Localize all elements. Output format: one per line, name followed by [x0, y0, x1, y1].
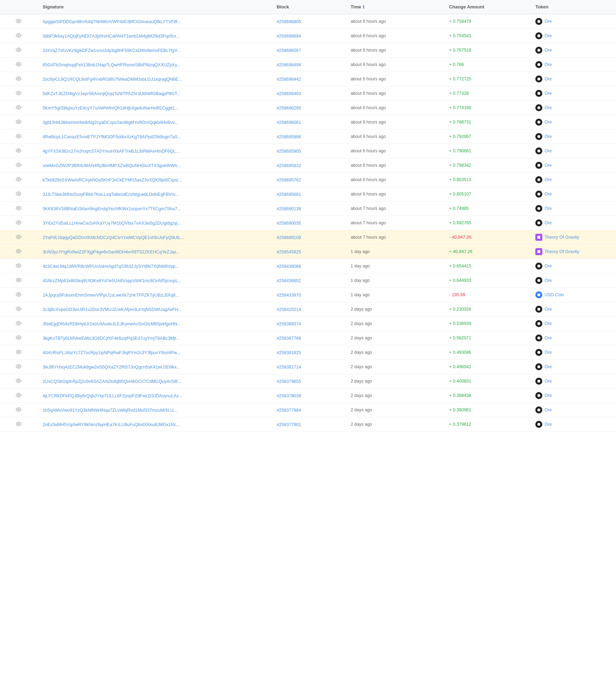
signature-link[interactable]: 5KmY5giS9tyjxuYzE4cyY7oAWhhfmQh1dHjbXgwf… [42, 106, 178, 111]
token-name[interactable]: Ore [544, 220, 552, 225]
block-link[interactable]: #258438066 [277, 264, 301, 269]
signature-link[interactable]: 2oc6yiCL8Q1RCQL9xtFg4VvbRG8fs7tWeaDMM3sb… [42, 77, 182, 82]
block-link[interactable]: #258695905 [277, 149, 301, 154]
token-name[interactable]: Ore [544, 278, 552, 283]
token-name[interactable]: Ore [544, 407, 552, 412]
token-name[interactable]: Ore [544, 336, 552, 340]
eye-icon[interactable] [16, 178, 21, 183]
block-link[interactable]: #258696694 [277, 34, 301, 39]
signature-link[interactable]: 3UN3yzJYtgRx6wiZ2FXjgP4ge6vSao9iDH4xr69T… [42, 250, 180, 254]
signature-link[interactable]: 3JJLTSke36fhtoSvzjiFBbir7KeLLsqTa8ecdEzs… [42, 192, 179, 197]
token-name[interactable]: USD Coin [544, 292, 564, 297]
block-link[interactable]: #258433970 [277, 293, 301, 298]
info-icon[interactable]: ℹ [363, 5, 364, 9]
block-link[interactable]: #258695832 [277, 163, 301, 168]
block-link[interactable]: #258389374 [277, 321, 301, 326]
token-name[interactable]: Ore [544, 192, 552, 197]
block-link[interactable]: #258695762 [277, 178, 301, 183]
block-link[interactable]: #258696061 [277, 120, 301, 125]
signature-link[interactable]: 5dKZvTJEZD4tgVz1epr56AmnjlQojqTsNtTPAZhr… [42, 91, 180, 96]
signature-link[interactable]: 31kVqZ7xfuVKz9gikDFZw1xovi2dy3qj8hF59KCa… [42, 48, 180, 53]
eye-icon[interactable] [16, 192, 21, 198]
token-name[interactable]: Ore [544, 105, 552, 110]
token-name[interactable]: Ore [544, 422, 552, 427]
eye-icon[interactable] [16, 163, 21, 169]
signature-link[interactable]: 4Re6tcpL1CanazE5voiETPJYfMGDPSd4ixXzKgT8… [42, 134, 181, 139]
token-name[interactable]: Ore [544, 264, 552, 268]
eye-icon[interactable] [16, 336, 21, 342]
token-name[interactable]: Ore [544, 148, 552, 153]
signature-link[interactable]: 3NeEjyjDRi4zRDbHytiJr2aVu3AodvJLEJKymeAc… [42, 321, 181, 326]
eye-icon[interactable] [16, 91, 21, 97]
eye-icon[interactable] [16, 250, 21, 255]
token-name[interactable]: Ore [544, 19, 552, 24]
token-name[interactable]: Ore [544, 33, 552, 38]
signature-link[interactable]: 65GATkSmqhupjPxh138nb1Nap7LQwHFRsnreS8bP… [42, 62, 180, 67]
block-link[interactable]: #258690035 [277, 221, 301, 226]
token-name[interactable]: Ore [544, 120, 552, 125]
block-link[interactable]: #258689108 [277, 235, 301, 240]
eye-icon[interactable] [16, 393, 21, 399]
signature-link[interactable]: 4gYFXSK9Erc27mJroqrc5TA5YmuHXkAF7reBJzJb… [42, 149, 179, 154]
token-name[interactable]: Ore [544, 62, 552, 67]
block-link[interactable]: #258436852 [277, 278, 301, 283]
eye-icon[interactable] [16, 120, 21, 126]
signature-link[interactable]: 2c3jBcXvpeGD3wUiR1u2DorJVMUJZceKAfpH3LkY… [42, 307, 182, 312]
eye-icon[interactable] [16, 408, 21, 413]
eye-icon[interactable] [16, 307, 21, 313]
signature-link[interactable]: 2YaPdLtSqqyQaGDmXKMcNDCzQ4CivYzwMCVpQE1v… [42, 235, 184, 240]
token-name[interactable]: Ore [544, 321, 552, 326]
token-name[interactable]: Ore [544, 379, 552, 384]
eye-icon[interactable] [16, 221, 21, 226]
signature-link[interactable]: 5KK836VS8BNaEt34am9ngEndyjYechfKWx1sojum… [42, 206, 181, 211]
block-link[interactable]: #258381825 [277, 350, 301, 355]
block-link[interactable]: #258420214 [277, 307, 301, 312]
eye-icon[interactable] [16, 264, 21, 270]
token-name[interactable]: Ore [544, 77, 552, 81]
block-link[interactable]: #258377984 [277, 408, 301, 413]
token-name[interactable]: Ore [544, 134, 552, 139]
signature-link[interactable]: 4z3C4eLMqJJiNVR8cWPUnAdnxAgd7qS363ZJySYt… [42, 264, 179, 269]
token-name[interactable]: Ore [544, 393, 552, 398]
block-link[interactable]: #258378038 [277, 393, 301, 398]
block-link[interactable]: #258696295 [277, 106, 301, 111]
block-link[interactable]: #258381714 [277, 365, 301, 370]
eye-icon[interactable] [16, 350, 21, 356]
signature-link[interactable]: 4GKrRisFLJ4iizYc7Z7ucRpy1ipNPqRwPJtqRYm2… [42, 350, 180, 355]
block-link[interactable]: #258696494 [277, 62, 301, 67]
eye-icon[interactable] [16, 293, 21, 298]
eye-icon[interactable] [16, 34, 21, 39]
block-link[interactable]: #258696805 [277, 19, 301, 24]
block-link[interactable]: #258545825 [277, 250, 301, 254]
signature-link[interactable]: vneMxGZW2P3BR4cMAN4RjJBmfMPXZwBQuNHGtuXT… [42, 163, 181, 168]
eye-icon[interactable] [16, 149, 21, 154]
eye-icon[interactable] [16, 365, 21, 370]
block-link[interactable]: #258695681 [277, 192, 301, 197]
signature-link[interactable]: 4jLFCRkDFkPQJBiy6rQqbJYkp7ULLL6FZyspPZdF… [42, 393, 182, 398]
block-link[interactable]: #258377901 [277, 422, 301, 427]
signature-link[interactable]: 4SNrzZMp61k86Skq9U93Ke8Yd7e5UA8VsppVbW1m… [42, 278, 181, 283]
token-name[interactable]: Ore [544, 350, 552, 355]
signature-link[interactable]: 3gbLfHt4JtbhxmmrNo6iNg2cyaDCzpz2aoWgMYoR… [42, 120, 178, 125]
signature-link[interactable]: kTkb928sSXWwAiRCAykNGy5KhPJnCkEYMG5asZ3v… [42, 178, 182, 183]
eye-icon[interactable] [16, 77, 21, 82]
signature-link[interactable]: 3ikJf6YHxq4zEC2Muk8gw2eS5QXaZY2Ri57JoQgc… [42, 365, 180, 370]
signature-link[interactable]: 3YiGi2Yd5aiLLLHvwCw2vHXaYUy7M1bQVfax7nAX… [42, 221, 181, 226]
eye-icon[interactable] [16, 62, 21, 68]
token-name[interactable]: Ore [544, 177, 552, 182]
token-name[interactable]: Ore [544, 91, 552, 96]
eye-icon[interactable] [16, 19, 21, 25]
signature-link[interactable]: ApggwSiPDDGpn8KnfuNj7NHttKriVWP4dCtBfCiG… [42, 19, 181, 24]
eye-icon[interactable] [16, 379, 21, 385]
eye-icon[interactable] [16, 422, 21, 428]
token-name[interactable]: Ore [544, 307, 552, 312]
block-link[interactable]: #258696403 [277, 91, 301, 96]
token-name[interactable]: Ore [544, 206, 552, 211]
signature-link[interactable]: 2UsCQSbGtpKRpZj2v9v6SAZArti2tofqB5QvH6GC… [42, 379, 181, 384]
token-name[interactable]: Theory Of Gravity [544, 249, 579, 254]
signature-link[interactable]: 3dbP3k6ay1AQojFpNDt7A3jdXvHCaPAi4T1wnb1M… [42, 34, 180, 39]
eye-icon[interactable] [16, 106, 21, 111]
token-name[interactable]: Ore [544, 48, 552, 53]
token-name[interactable]: Ore [544, 364, 552, 369]
signature-link[interactable]: 1h5qAMsVwo91YzQ3kNfNW4Nqa7ZLvWbjRvd1Muf3… [42, 408, 177, 413]
